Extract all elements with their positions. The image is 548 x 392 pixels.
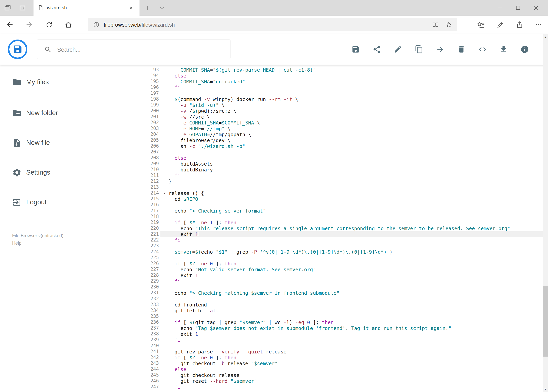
code-line[interactable]: 201 -w //src \ bbox=[125, 114, 542, 120]
hub-favorites-icon[interactable] bbox=[477, 21, 485, 28]
tab-preview-chevron-button[interactable] bbox=[155, 0, 169, 16]
sidebar-item-settings[interactable]: Settings bbox=[0, 161, 125, 184]
code-line[interactable]: 224 semver=$(echo "$1" | grep -P '^v(0|[… bbox=[125, 249, 542, 255]
share-page-icon[interactable] bbox=[515, 21, 523, 28]
code-line[interactable]: 194 else bbox=[125, 73, 542, 79]
scrollbar-down-arrow-icon[interactable]: ▼ bbox=[542, 386, 548, 392]
code-line[interactable]: 235 bbox=[125, 314, 542, 319]
edit-button[interactable] bbox=[393, 45, 402, 54]
line-number: 199 bbox=[125, 102, 160, 108]
set-tabs-aside-button[interactable] bbox=[0, 0, 15, 16]
code-line[interactable]: 220 echo "This release script requires a… bbox=[125, 225, 542, 231]
code-line[interactable]: 242 if [ $? -ne 0 ]; then bbox=[125, 355, 542, 360]
vertical-scrollbar[interactable]: ▲ ▼ bbox=[542, 34, 548, 392]
more-menu-icon[interactable] bbox=[535, 21, 542, 28]
code-line[interactable]: 245 git checkout release bbox=[125, 372, 542, 378]
code-line[interactable]: 237 echo "Tag $semver does not exist in … bbox=[125, 325, 542, 331]
save-button[interactable] bbox=[351, 45, 360, 54]
download-button[interactable] bbox=[499, 45, 508, 54]
close-button[interactable] bbox=[527, 0, 545, 16]
sidebar-item-my-files[interactable]: My files bbox=[0, 70, 125, 94]
code-line[interactable]: 204 -e GOPATH=//tmp/gopath \ bbox=[125, 132, 542, 137]
address-bar[interactable]: filebrowser.web/files/wizard.sh bbox=[88, 18, 457, 31]
code-line[interactable]: 222 fi bbox=[125, 237, 542, 243]
code-line[interactable]: 227 echo "Not valid semver format. See s… bbox=[125, 266, 542, 273]
search-input[interactable] bbox=[52, 46, 230, 53]
code-line[interactable]: 221 exit 1 bbox=[125, 231, 542, 237]
code-editor[interactable]: 193 COMMIT_SHA="$(git rev-parse HEAD | c… bbox=[125, 65, 542, 392]
tabs-set-aside-button[interactable] bbox=[15, 0, 30, 16]
code-line[interactable]: 195 COMMIT_SHA="untracked" bbox=[125, 79, 542, 84]
code-line[interactable]: 229 fi bbox=[125, 278, 542, 284]
code-line[interactable]: 205 filebrowser/dev \ bbox=[125, 137, 542, 143]
back-button[interactable] bbox=[0, 16, 20, 34]
code-line[interactable]: 198 $(command -v winpty) docker run --rm… bbox=[125, 96, 542, 102]
help-link[interactable]: Help bbox=[12, 239, 63, 247]
minimize-button[interactable] bbox=[491, 0, 509, 16]
raw-code-button[interactable] bbox=[478, 45, 486, 54]
code-line[interactable]: 239 fi bbox=[125, 337, 542, 343]
code-line[interactable]: 233 cd frontend bbox=[125, 302, 542, 308]
filebrowser-logo[interactable] bbox=[8, 40, 28, 59]
code-line[interactable]: 203 -e HOME="//tmp" \ bbox=[125, 126, 542, 132]
search-box[interactable] bbox=[37, 40, 230, 59]
code-line[interactable]: 214▾release () { bbox=[125, 190, 542, 196]
code-line[interactable]: 236 if [ $(git tag | grep "$semver" | wc… bbox=[125, 319, 542, 325]
new-tab-button[interactable] bbox=[140, 0, 155, 16]
code-line[interactable]: 208 else bbox=[125, 155, 542, 161]
code-line[interactable]: 225 bbox=[125, 255, 542, 261]
scrollbar-thumb[interactable] bbox=[543, 286, 548, 357]
code-line[interactable]: 193 COMMIT_SHA="$(git rev-parse HEAD | c… bbox=[125, 67, 542, 73]
code-line[interactable]: 218 bbox=[125, 214, 542, 220]
code-line[interactable]: 215 cd $REPO bbox=[125, 196, 542, 202]
tab-close-icon[interactable] bbox=[127, 4, 135, 12]
copy-button[interactable] bbox=[415, 45, 423, 54]
code-line[interactable]: 244 else bbox=[125, 366, 542, 372]
code-line[interactable]: 247 fi bbox=[125, 384, 542, 390]
reading-view-icon[interactable] bbox=[432, 21, 439, 28]
code-line[interactable]: 231 echo "> Checking matching $semver in… bbox=[125, 290, 542, 296]
delete-button[interactable] bbox=[457, 45, 465, 54]
code-line[interactable]: 238 exit 1 bbox=[125, 331, 542, 337]
code-line[interactable]: 202 -e COMMIT_SHA=$COMMIT_SHA \ bbox=[125, 120, 542, 126]
code-line[interactable]: 209 buildAssets bbox=[125, 161, 542, 167]
move-button[interactable] bbox=[436, 45, 444, 54]
code-line[interactable]: 217 echo "> Checking semver format" bbox=[125, 208, 542, 214]
code-line[interactable]: 213 bbox=[125, 184, 542, 190]
annotate-pen-icon[interactable] bbox=[496, 21, 504, 28]
code-line[interactable]: 226 if [ $? -ne 0 ]; then bbox=[125, 261, 542, 266]
code-line[interactable]: 206 sh -c "./wizard.sh -b" bbox=[125, 143, 542, 149]
share-button[interactable] bbox=[372, 45, 381, 54]
code-line[interactable]: 219 if [ $# -ne 1 ]; then bbox=[125, 220, 542, 225]
maximize-button[interactable] bbox=[509, 0, 527, 16]
info-button[interactable] bbox=[520, 45, 529, 54]
code-line[interactable]: 230 bbox=[125, 284, 542, 290]
home-button[interactable] bbox=[59, 16, 78, 34]
code-line[interactable]: 207 bbox=[125, 149, 542, 155]
forward-button[interactable] bbox=[20, 16, 39, 34]
code-line[interactable]: 211 fi bbox=[125, 173, 542, 178]
code-line[interactable]: 199 -u "$(id -u)" \ bbox=[125, 102, 542, 108]
code-line[interactable]: 216 bbox=[125, 202, 542, 208]
code-line[interactable]: 196 fi bbox=[125, 84, 542, 91]
refresh-button[interactable] bbox=[39, 16, 59, 34]
code-line[interactable]: 200 -v /$(pwd):/src:z \ bbox=[125, 108, 542, 114]
code-line[interactable]: 228 exit 1 bbox=[125, 273, 542, 278]
code-line[interactable]: 243 git checkout -b release "$semver" bbox=[125, 360, 542, 366]
code-line[interactable]: 212} bbox=[125, 178, 542, 184]
scrollbar-up-arrow-icon[interactable]: ▲ bbox=[542, 34, 548, 40]
favorite-star-icon[interactable] bbox=[445, 21, 452, 28]
fold-marker-icon[interactable]: ▾ bbox=[164, 190, 166, 196]
code-line[interactable]: 246 git reset --hard "$semver" bbox=[125, 378, 542, 384]
code-line[interactable]: 232 bbox=[125, 296, 542, 302]
code-line[interactable]: 240 bbox=[125, 343, 542, 349]
sidebar-item-new-file[interactable]: New file bbox=[0, 131, 125, 155]
code-line[interactable]: 234 git fetch --all bbox=[125, 308, 542, 314]
browser-tab[interactable]: wizard.sh bbox=[33, 0, 140, 16]
code-line[interactable]: 197 bbox=[125, 91, 542, 96]
code-line[interactable]: 223 bbox=[125, 243, 542, 249]
sidebar-item-logout[interactable]: Logout bbox=[0, 191, 125, 214]
code-line[interactable]: 210 buildBinary bbox=[125, 167, 542, 173]
sidebar-item-new-folder[interactable]: New folder bbox=[0, 101, 125, 125]
code-line[interactable]: 241 git rev-parse --verify --quiet relea… bbox=[125, 349, 542, 355]
